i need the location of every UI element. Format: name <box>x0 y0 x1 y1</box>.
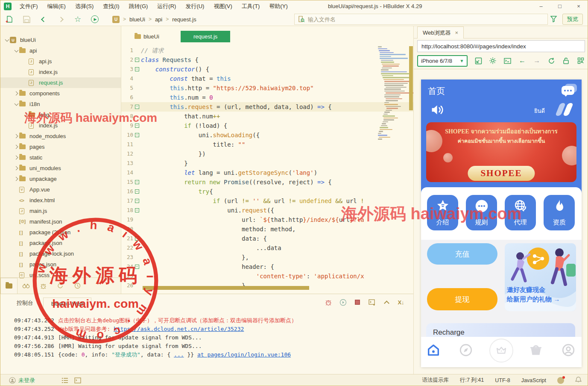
clear-console-button[interactable]: X↓ <box>397 298 405 306</box>
nav-shop-icon[interactable] <box>529 343 543 357</box>
collapse-button[interactable] <box>383 298 390 306</box>
tree-item-components[interactable]: components <box>0 88 121 99</box>
fold-marker-icon[interactable]: − <box>135 105 139 109</box>
tree-item-unpackage[interactable]: unpackage <box>0 174 121 184</box>
terminal-button[interactable] <box>503 56 512 65</box>
encoding-status[interactable]: UTF-8 <box>495 377 510 383</box>
tree-item-index-js[interactable]: Jindex.js <box>0 67 121 77</box>
code-line[interactable]: 18−uni.request({ <box>121 206 413 215</box>
code-line[interactable]: 5this.http = "https://529.haiwaiym20.top… <box>121 83 413 93</box>
console-link[interactable]: ... <box>174 351 184 358</box>
tab-debug[interactable] <box>35 278 52 294</box>
close-icon[interactable]: × <box>455 29 459 36</box>
tree-item-package-json[interactable]: [ ]package.json <box>0 238 121 248</box>
code-line[interactable]: 7−this.request = (url, method, data, loa… <box>121 102 413 112</box>
breadcrumb-item[interactable]: request.js <box>172 16 196 23</box>
new-file-button[interactable] <box>5 15 14 24</box>
breadcrumb-item[interactable]: api <box>155 16 162 23</box>
debug-bug-button[interactable] <box>325 298 332 306</box>
chat-icon[interactable] <box>562 84 577 97</box>
settings-button[interactable] <box>489 56 497 65</box>
new-terminal-button[interactable] <box>368 298 376 306</box>
code-line[interactable]: 14let lang = uni.getStorageSync('lang') <box>121 168 413 177</box>
nav-discover-icon[interactable] <box>459 343 473 357</box>
menu-item[interactable]: 工具(T) <box>237 0 265 12</box>
tree-item-package--2--json[interactable]: [ ]package (2).json <box>0 227 121 238</box>
nav-profile-icon[interactable] <box>561 343 576 357</box>
tab-search[interactable] <box>18 278 35 294</box>
breadcrumb-item[interactable]: blueUi <box>129 16 145 23</box>
favorite-button[interactable]: ☆ <box>73 15 82 24</box>
minimap[interactable] <box>378 46 409 162</box>
fold-gutter[interactable]: − <box>133 121 141 130</box>
code-line[interactable]: 16−try{ <box>121 187 413 196</box>
tree-item-blueUi[interactable]: UblueUi <box>0 35 121 45</box>
code-line[interactable]: 21−data: { <box>121 234 413 243</box>
file-search-input[interactable] <box>308 16 513 23</box>
code-line[interactable]: 22...data <box>121 243 413 253</box>
code-line[interactable]: 17−if (url != '' && url != undefined && … <box>121 196 413 206</box>
menu-item[interactable]: 选择(S) <box>70 0 98 12</box>
nav-home-icon[interactable] <box>426 343 441 357</box>
menu-item[interactable]: 查找(I) <box>98 0 124 12</box>
minimize-button[interactable]: – <box>536 0 546 12</box>
horizontal-scrollbar[interactable] <box>143 286 309 290</box>
tree-item-manifest-json[interactable]: [⚙]manifest.json <box>0 216 121 227</box>
restart-button[interactable] <box>339 298 347 306</box>
menu-item[interactable]: 跳转(G) <box>124 0 153 12</box>
menu-item[interactable]: 编辑(E) <box>43 0 70 12</box>
fold-marker-icon[interactable]: − <box>135 199 139 203</box>
url-input[interactable] <box>417 40 585 52</box>
menu-item[interactable]: 视图(V) <box>209 0 237 12</box>
tab-history[interactable] <box>69 278 86 294</box>
lock-button[interactable] <box>562 56 570 65</box>
code-line[interactable]: 10−uni.showLoading({ <box>121 130 413 140</box>
nav-vip-icon[interactable] <box>489 339 513 362</box>
fold-gutter[interactable]: − <box>133 187 141 196</box>
tile-chat[interactable]: 规则 <box>466 195 497 230</box>
browser-refresh-button[interactable] <box>547 56 556 65</box>
editor-tab-requestjs[interactable]: request.js <box>181 31 230 42</box>
browser-back-button[interactable]: ← <box>518 56 526 65</box>
fold-marker-icon[interactable]: − <box>135 208 139 212</box>
browser-tab[interactable]: Web浏览器 × <box>417 27 464 38</box>
console-tab-blueui-web[interactable]: blueUi - Web <box>43 298 91 309</box>
menu-item[interactable]: 运行(R) <box>152 0 181 12</box>
tree-item-App-vue[interactable]: VApp.vue <box>0 184 121 195</box>
fold-gutter[interactable]: − <box>133 102 141 112</box>
tree-item-index-js[interactable]: Jindex.js <box>0 120 121 131</box>
fold-marker-icon[interactable]: − <box>135 67 139 71</box>
recharge-button[interactable]: 充值 <box>427 243 497 265</box>
fold-marker-icon[interactable]: − <box>135 124 139 128</box>
code-line[interactable]: 13} <box>121 159 413 168</box>
code-line[interactable]: 20method: method, <box>121 224 413 234</box>
shopee-banner[interactable]: SHOPEE จากความร่วมมืออย่างเป็นทางการ ค่า… <box>426 122 576 182</box>
invite-card[interactable]: 邀好友赚现金 给新用户的礼物 → <box>505 243 576 311</box>
tree-item-index-html[interactable]: <>index.html <box>0 195 121 206</box>
fold-gutter[interactable]: − <box>133 55 141 65</box>
code-line[interactable]: 25'content-type': 'application/x <box>121 271 413 281</box>
withdraw-button[interactable]: 提现 <box>427 288 497 310</box>
run-button[interactable]: ▶ <box>90 15 99 24</box>
tree-item-static[interactable]: static <box>0 152 121 163</box>
menu-item[interactable]: 文件(F) <box>15 0 43 12</box>
tree-item-pages-json[interactable]: [ ]pages.json <box>0 259 121 270</box>
code-line[interactable]: 3−constructor() { <box>121 65 413 74</box>
code-area[interactable]: 1// 请求2−class Requests {3−constructor() … <box>121 42 413 294</box>
menu-item[interactable]: 发行(U) <box>181 0 209 12</box>
login-status[interactable]: 未登录 <box>18 377 35 384</box>
tile-star[interactable]: 介绍 <box>427 195 458 230</box>
code-line[interactable]: 4const that = this <box>121 74 413 83</box>
tree-item-package-lock-json[interactable]: [ ]package-lock.json <box>0 248 121 259</box>
qr-code-button[interactable] <box>577 56 585 65</box>
browser-forward-button[interactable]: → <box>533 56 541 65</box>
open-external-button[interactable] <box>474 56 482 65</box>
back-button[interactable] <box>39 15 48 24</box>
code-line[interactable]: 2−class Requests { <box>121 55 413 65</box>
tree-item-request-js[interactable]: Jrequest.js <box>0 77 121 88</box>
tree-item-main-js[interactable]: Jmain.js <box>0 206 121 216</box>
fold-marker-icon[interactable]: − <box>135 180 139 184</box>
tree-item-pages[interactable]: pages <box>0 141 121 152</box>
tree-item-api[interactable]: api <box>0 45 121 56</box>
tree-item-i18n[interactable]: i18n <box>0 99 121 109</box>
